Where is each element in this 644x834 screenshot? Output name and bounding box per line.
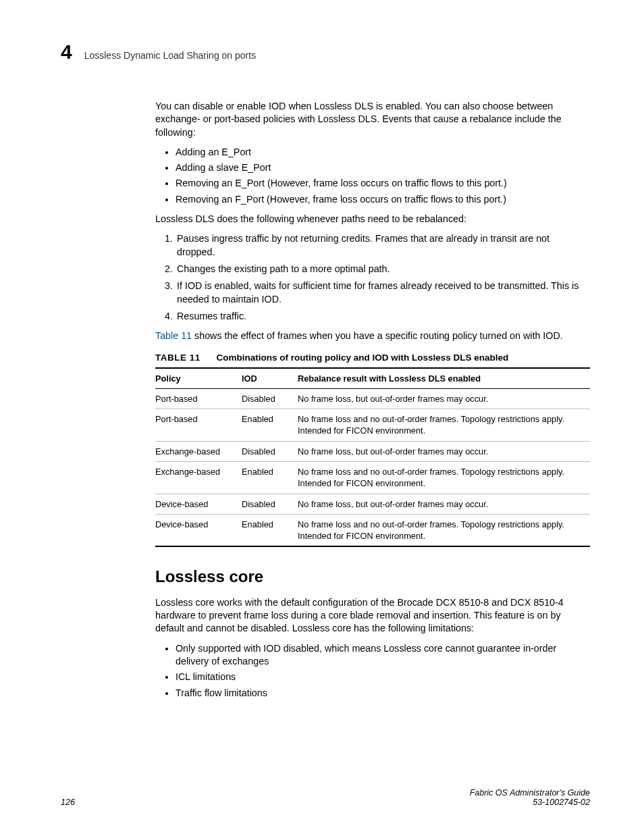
table-caption: TABLE 11 Combinations of routing policy …: [155, 352, 590, 364]
table-row: Device-based Disabled No frame loss, but…: [155, 494, 590, 514]
cell-policy: Device-based: [155, 494, 242, 514]
cell-policy: Port-based: [155, 388, 242, 409]
page-number: 126: [61, 798, 75, 807]
table-row: Port-based Disabled No frame loss, but o…: [155, 388, 590, 409]
cell-result: No frame loss and no out-of-order frames…: [298, 409, 590, 442]
rebalance-steps-list: Pauses ingress traffic by not returning …: [155, 232, 590, 323]
cell-result: No frame loss, but out-of-order frames m…: [298, 388, 590, 409]
cell-policy: Port-based: [155, 409, 242, 442]
col-header-policy: Policy: [155, 368, 242, 389]
cell-result: No frame loss, but out-of-order frames m…: [298, 441, 590, 461]
list-item: Pauses ingress traffic by not returning …: [176, 232, 590, 259]
list-item: Changes the existing path to a more opti…: [176, 263, 590, 276]
table-row: Exchange-based Disabled No frame loss, b…: [155, 441, 590, 461]
rebalance-events-list: Adding an E_Port Adding a slave E_Port R…: [155, 146, 590, 206]
cell-iod: Disabled: [242, 388, 298, 409]
cell-iod: Enabled: [242, 514, 298, 546]
cell-result: No frame loss and no out-of-order frames…: [298, 514, 590, 546]
table-header-row: Policy IOD Rebalance result with Lossles…: [155, 368, 590, 389]
list-item: Only supported with IOD disabled, which …: [176, 642, 590, 669]
list-item: If IOD is enabled, waits for sufficient …: [176, 280, 590, 306]
limitations-list: Only supported with IOD disabled, which …: [155, 642, 590, 700]
list-item: Removing an F_Port (However, frame loss …: [176, 193, 590, 206]
table-label: TABLE 11: [155, 353, 200, 363]
col-header-result: Rebalance result with Lossless DLS enabl…: [298, 368, 590, 389]
table-xref-link[interactable]: Table 11: [155, 330, 192, 341]
running-header: 4 Lossless Dynamic Load Sharing on ports: [61, 41, 590, 63]
cell-result: No frame loss and no out-of-order frames…: [298, 462, 590, 494]
xref-rest: shows the effect of frames when you have…: [192, 330, 563, 341]
cell-iod: Disabled: [242, 441, 298, 461]
chapter-number: 4: [61, 41, 72, 63]
list-item: Adding an E_Port: [176, 146, 590, 159]
section-heading-lossless-core: Lossless core: [155, 566, 590, 588]
intro-paragraph: You can disable or enable IOD when Lossl…: [155, 100, 590, 139]
page-footer: 126 Fabric OS Administrator's Guide 53-1…: [61, 788, 590, 807]
body-content: You can disable or enable IOD when Lossl…: [155, 100, 590, 700]
cell-result: No frame loss, but out-of-order frames m…: [298, 494, 590, 514]
section-paragraph: Lossless core works with the default con…: [155, 596, 590, 635]
book-title: Fabric OS Administrator's Guide: [470, 788, 590, 798]
cell-iod: Disabled: [242, 494, 298, 514]
list-item: Resumes traffic.: [176, 310, 590, 323]
paragraph: Lossless DLS does the following whenever…: [155, 213, 590, 226]
document-number: 53-1002745-02: [470, 798, 590, 807]
table-row: Device-based Enabled No frame loss and n…: [155, 514, 590, 546]
cell-policy: Exchange-based: [155, 441, 242, 461]
routing-policy-table: Policy IOD Rebalance result with Lossles…: [155, 367, 590, 548]
table-reference-line: Table 11 shows the effect of frames when…: [155, 330, 590, 342]
table-row: Exchange-based Enabled No frame loss and…: [155, 462, 590, 494]
list-item: Adding a slave E_Port: [176, 161, 590, 174]
cell-iod: Enabled: [242, 462, 298, 494]
table-row: Port-based Enabled No frame loss and no …: [155, 409, 590, 442]
list-item: ICL limitations: [176, 671, 590, 683]
list-item: Traffic flow limitations: [176, 687, 590, 700]
col-header-iod: IOD: [242, 368, 298, 389]
cell-policy: Exchange-based: [155, 462, 242, 494]
running-title: Lossless Dynamic Load Sharing on ports: [84, 50, 256, 61]
table-caption-text: Combinations of routing policy and IOD w…: [217, 353, 509, 363]
cell-policy: Device-based: [155, 514, 242, 546]
list-item: Removing an E_Port (However, frame loss …: [176, 177, 590, 190]
cell-iod: Enabled: [242, 409, 298, 442]
